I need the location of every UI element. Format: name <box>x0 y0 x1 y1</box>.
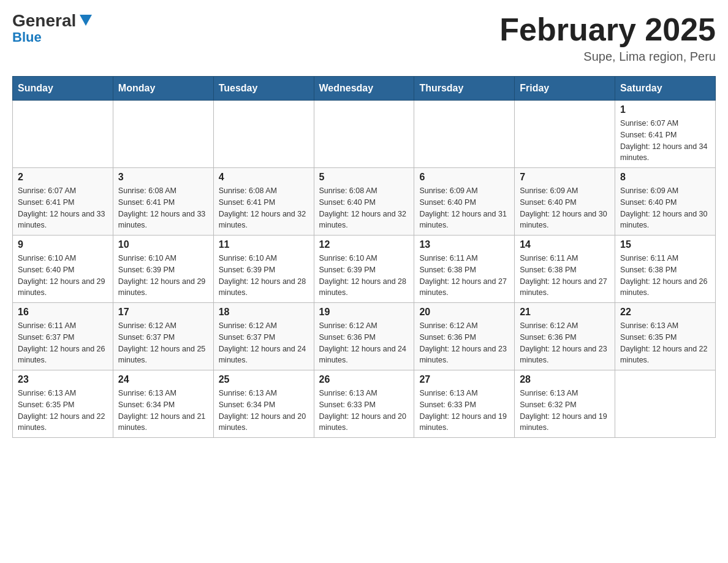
calendar-cell <box>314 101 414 168</box>
day-number: 4 <box>219 172 309 183</box>
day-number: 21 <box>520 307 610 318</box>
calendar-cell: 24Sunrise: 6:13 AM Sunset: 6:34 PM Dayli… <box>113 370 213 438</box>
day-number: 6 <box>419 172 509 183</box>
day-info: Sunrise: 6:12 AM Sunset: 6:36 PM Dayligh… <box>419 320 509 366</box>
day-number: 2 <box>18 172 108 183</box>
calendar-week-row: 16Sunrise: 6:11 AM Sunset: 6:37 PM Dayli… <box>13 303 716 370</box>
day-info: Sunrise: 6:13 AM Sunset: 6:34 PM Dayligh… <box>118 388 208 434</box>
calendar-week-row: 2Sunrise: 6:07 AM Sunset: 6:41 PM Daylig… <box>13 168 716 236</box>
calendar-cell: 25Sunrise: 6:13 AM Sunset: 6:34 PM Dayli… <box>213 370 314 438</box>
logo-general-text: General <box>12 12 76 29</box>
calendar-cell: 12Sunrise: 6:10 AM Sunset: 6:39 PM Dayli… <box>314 236 414 303</box>
day-info: Sunrise: 6:13 AM Sunset: 6:35 PM Dayligh… <box>18 388 108 434</box>
calendar-cell <box>615 370 716 438</box>
calendar-table: SundayMondayTuesdayWednesdayThursdayFrid… <box>12 76 716 438</box>
calendar-cell: 2Sunrise: 6:07 AM Sunset: 6:41 PM Daylig… <box>13 168 113 236</box>
day-number: 17 <box>118 307 208 318</box>
month-year-title: February 2025 <box>499 12 716 47</box>
day-info: Sunrise: 6:07 AM Sunset: 6:41 PM Dayligh… <box>18 185 108 231</box>
calendar-cell: 27Sunrise: 6:13 AM Sunset: 6:33 PM Dayli… <box>414 370 515 438</box>
day-header-sunday: Sunday <box>13 77 113 101</box>
day-number: 14 <box>520 239 610 250</box>
calendar-cell: 23Sunrise: 6:13 AM Sunset: 6:35 PM Dayli… <box>13 370 113 438</box>
day-number: 13 <box>419 239 509 250</box>
calendar-cell: 8Sunrise: 6:09 AM Sunset: 6:40 PM Daylig… <box>615 168 716 236</box>
day-number: 19 <box>319 307 409 318</box>
day-info: Sunrise: 6:10 AM Sunset: 6:39 PM Dayligh… <box>219 253 309 299</box>
calendar-cell: 21Sunrise: 6:12 AM Sunset: 6:36 PM Dayli… <box>515 303 615 370</box>
day-number: 28 <box>520 374 610 385</box>
day-number: 22 <box>620 307 710 318</box>
calendar-cell: 6Sunrise: 6:09 AM Sunset: 6:40 PM Daylig… <box>414 168 515 236</box>
calendar-cell: 26Sunrise: 6:13 AM Sunset: 6:33 PM Dayli… <box>314 370 414 438</box>
calendar-cell: 18Sunrise: 6:12 AM Sunset: 6:37 PM Dayli… <box>213 303 314 370</box>
logo: General Blue <box>12 12 94 45</box>
calendar-cell: 14Sunrise: 6:11 AM Sunset: 6:38 PM Dayli… <box>515 236 615 303</box>
day-header-thursday: Thursday <box>414 77 515 101</box>
calendar-header-row: SundayMondayTuesdayWednesdayThursdayFrid… <box>13 77 716 101</box>
day-info: Sunrise: 6:12 AM Sunset: 6:36 PM Dayligh… <box>520 320 610 366</box>
day-number: 24 <box>118 374 208 385</box>
calendar-cell <box>515 101 615 168</box>
calendar-cell: 3Sunrise: 6:08 AM Sunset: 6:41 PM Daylig… <box>113 168 213 236</box>
day-number: 11 <box>219 239 309 250</box>
day-info: Sunrise: 6:12 AM Sunset: 6:37 PM Dayligh… <box>219 320 309 366</box>
day-info: Sunrise: 6:11 AM Sunset: 6:38 PM Dayligh… <box>620 253 710 299</box>
day-number: 1 <box>620 104 710 115</box>
calendar-week-row: 23Sunrise: 6:13 AM Sunset: 6:35 PM Dayli… <box>13 370 716 438</box>
day-header-wednesday: Wednesday <box>314 77 414 101</box>
calendar-cell <box>414 101 515 168</box>
calendar-cell: 4Sunrise: 6:08 AM Sunset: 6:41 PM Daylig… <box>213 168 314 236</box>
calendar-cell: 19Sunrise: 6:12 AM Sunset: 6:36 PM Dayli… <box>314 303 414 370</box>
calendar-cell: 16Sunrise: 6:11 AM Sunset: 6:37 PM Dayli… <box>13 303 113 370</box>
day-info: Sunrise: 6:13 AM Sunset: 6:33 PM Dayligh… <box>319 388 409 434</box>
logo-blue-text: Blue <box>12 29 42 45</box>
title-block: February 2025 Supe, Lima region, Peru <box>499 12 716 64</box>
page-header: General Blue February 2025 Supe, Lima re… <box>12 12 716 64</box>
day-number: 9 <box>18 239 108 250</box>
day-info: Sunrise: 6:11 AM Sunset: 6:37 PM Dayligh… <box>18 320 108 366</box>
day-number: 20 <box>419 307 509 318</box>
day-number: 8 <box>620 172 710 183</box>
day-info: Sunrise: 6:09 AM Sunset: 6:40 PM Dayligh… <box>620 185 710 231</box>
calendar-cell: 11Sunrise: 6:10 AM Sunset: 6:39 PM Dayli… <box>213 236 314 303</box>
day-header-friday: Friday <box>515 77 615 101</box>
day-info: Sunrise: 6:12 AM Sunset: 6:37 PM Dayligh… <box>118 320 208 366</box>
day-number: 15 <box>620 239 710 250</box>
calendar-week-row: 9Sunrise: 6:10 AM Sunset: 6:40 PM Daylig… <box>13 236 716 303</box>
calendar-cell: 22Sunrise: 6:13 AM Sunset: 6:35 PM Dayli… <box>615 303 716 370</box>
day-number: 23 <box>18 374 108 385</box>
svg-marker-0 <box>80 15 92 26</box>
calendar-cell: 17Sunrise: 6:12 AM Sunset: 6:37 PM Dayli… <box>113 303 213 370</box>
day-info: Sunrise: 6:08 AM Sunset: 6:41 PM Dayligh… <box>118 185 208 231</box>
calendar-cell: 13Sunrise: 6:11 AM Sunset: 6:38 PM Dayli… <box>414 236 515 303</box>
day-info: Sunrise: 6:09 AM Sunset: 6:40 PM Dayligh… <box>520 185 610 231</box>
day-info: Sunrise: 6:13 AM Sunset: 6:32 PM Dayligh… <box>520 388 610 434</box>
day-number: 12 <box>319 239 409 250</box>
day-number: 18 <box>219 307 309 318</box>
day-info: Sunrise: 6:10 AM Sunset: 6:40 PM Dayligh… <box>18 253 108 299</box>
day-info: Sunrise: 6:07 AM Sunset: 6:41 PM Dayligh… <box>620 118 710 164</box>
day-info: Sunrise: 6:13 AM Sunset: 6:33 PM Dayligh… <box>419 388 509 434</box>
day-number: 27 <box>419 374 509 385</box>
logo-arrow-icon <box>77 12 94 29</box>
day-number: 25 <box>219 374 309 385</box>
calendar-cell <box>213 101 314 168</box>
calendar-cell: 1Sunrise: 6:07 AM Sunset: 6:41 PM Daylig… <box>615 101 716 168</box>
day-info: Sunrise: 6:08 AM Sunset: 6:40 PM Dayligh… <box>319 185 409 231</box>
day-info: Sunrise: 6:11 AM Sunset: 6:38 PM Dayligh… <box>419 253 509 299</box>
day-header-saturday: Saturday <box>615 77 716 101</box>
day-info: Sunrise: 6:10 AM Sunset: 6:39 PM Dayligh… <box>118 253 208 299</box>
day-number: 26 <box>319 374 409 385</box>
calendar-cell <box>113 101 213 168</box>
day-number: 7 <box>520 172 610 183</box>
calendar-cell: 15Sunrise: 6:11 AM Sunset: 6:38 PM Dayli… <box>615 236 716 303</box>
day-info: Sunrise: 6:08 AM Sunset: 6:41 PM Dayligh… <box>219 185 309 231</box>
day-number: 5 <box>319 172 409 183</box>
calendar-cell: 28Sunrise: 6:13 AM Sunset: 6:32 PM Dayli… <box>515 370 615 438</box>
day-info: Sunrise: 6:13 AM Sunset: 6:34 PM Dayligh… <box>219 388 309 434</box>
day-info: Sunrise: 6:12 AM Sunset: 6:36 PM Dayligh… <box>319 320 409 366</box>
calendar-cell: 9Sunrise: 6:10 AM Sunset: 6:40 PM Daylig… <box>13 236 113 303</box>
calendar-cell: 20Sunrise: 6:12 AM Sunset: 6:36 PM Dayli… <box>414 303 515 370</box>
calendar-week-row: 1Sunrise: 6:07 AM Sunset: 6:41 PM Daylig… <box>13 101 716 168</box>
